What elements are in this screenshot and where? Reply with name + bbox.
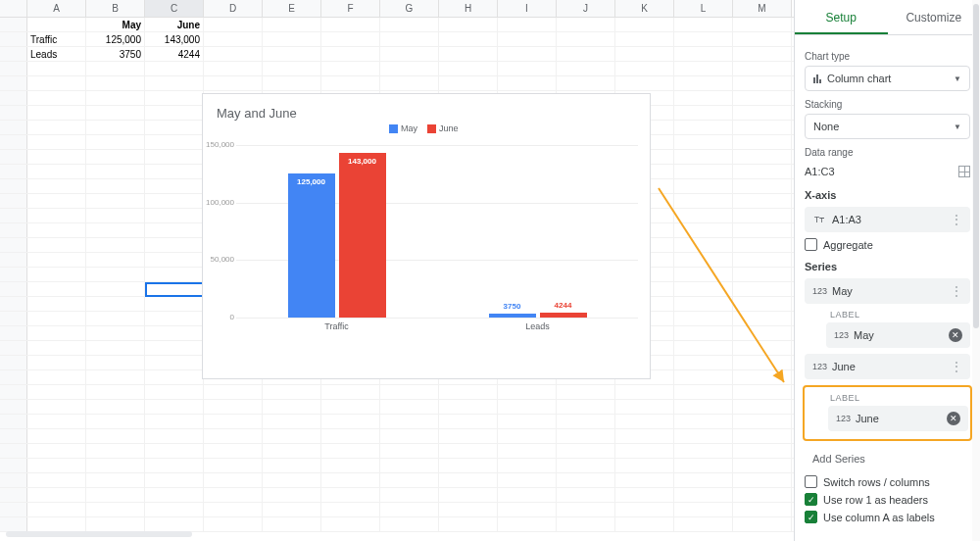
cell[interactable] [733,488,792,502]
column-header[interactable]: E [263,0,321,17]
cell[interactable] [380,444,439,458]
cell[interactable] [380,18,439,31]
cell[interactable] [498,503,557,516]
cell[interactable] [86,385,145,399]
cell[interactable] [86,135,145,149]
cell[interactable] [498,32,557,46]
cell[interactable] [615,18,674,31]
column-header[interactable]: H [439,0,498,17]
cell[interactable] [615,517,674,531]
cell[interactable] [380,517,439,531]
column-header[interactable]: G [380,0,439,17]
cell[interactable] [674,444,733,458]
cell[interactable] [498,18,557,31]
cell[interactable] [557,47,615,61]
cell[interactable] [557,473,615,487]
cell[interactable] [27,459,86,472]
cell[interactable] [557,429,615,443]
cell[interactable] [439,385,498,399]
cell[interactable] [27,135,86,149]
cell[interactable] [615,415,674,428]
cell[interactable] [733,400,792,414]
cell[interactable] [498,459,557,472]
cell[interactable] [733,444,792,458]
cell[interactable] [145,385,204,399]
tab-customize[interactable]: Customize [888,0,981,34]
cell[interactable] [733,91,792,105]
cell[interactable] [204,444,263,458]
cell[interactable] [733,47,792,61]
remove-icon[interactable]: ✕ [947,412,960,425]
column-header[interactable]: I [498,0,557,17]
cell[interactable] [674,47,733,61]
cell[interactable] [145,473,204,487]
cell[interactable] [674,76,733,90]
cell[interactable] [86,503,145,516]
cell[interactable] [733,282,792,296]
cell[interactable] [674,121,733,134]
cell[interactable] [145,238,204,252]
cell[interactable] [204,459,263,472]
cell[interactable] [615,459,674,472]
cell[interactable] [27,326,86,340]
series-chip-june[interactable]: 123 June ⋮ [805,354,970,379]
cell[interactable] [733,473,792,487]
column-header[interactable]: M [733,0,792,17]
cell[interactable] [733,223,792,237]
cell[interactable] [204,76,263,90]
embedded-chart[interactable]: May and June May June 050,000100,000150,… [202,93,651,379]
cell[interactable] [557,18,615,31]
cell[interactable] [439,488,498,502]
cell[interactable] [86,238,145,252]
cell[interactable] [615,400,674,414]
cell[interactable] [145,415,204,428]
use-colA-labels-checkbox[interactable]: ✓Use column A as labels [805,511,970,523]
cell[interactable] [498,429,557,443]
cell[interactable] [674,415,733,428]
cell[interactable]: Traffic [27,32,86,46]
cell[interactable] [439,18,498,31]
cell[interactable] [674,282,733,296]
cell[interactable] [321,385,380,399]
add-series-button[interactable]: Add Series [805,447,970,470]
cell[interactable] [263,62,321,75]
cell[interactable] [86,326,145,340]
cell[interactable] [674,517,733,531]
cell[interactable] [674,473,733,487]
column-header[interactable]: A [27,0,86,17]
cell[interactable] [145,356,204,369]
cell[interactable] [733,326,792,340]
cell[interactable] [263,400,321,414]
cell[interactable] [380,400,439,414]
cell[interactable] [498,488,557,502]
cell[interactable] [263,517,321,531]
cell[interactable] [439,444,498,458]
cell[interactable] [733,76,792,90]
cell[interactable] [674,62,733,75]
cell[interactable] [439,429,498,443]
cell[interactable] [145,209,204,222]
cell[interactable] [86,194,145,208]
cell[interactable] [498,385,557,399]
column-header[interactable]: B [86,0,145,17]
cell[interactable] [145,341,204,355]
cell[interactable] [733,268,792,281]
cell[interactable] [674,179,733,193]
cell[interactable] [86,91,145,105]
cell[interactable] [733,18,792,31]
cell[interactable] [86,223,145,237]
cell[interactable] [615,62,674,75]
cell[interactable] [615,429,674,443]
column-header[interactable]: J [557,0,615,17]
cell[interactable] [27,150,86,164]
cell[interactable] [674,165,733,178]
cell[interactable] [557,459,615,472]
cell[interactable] [27,488,86,502]
cell[interactable] [86,400,145,414]
cell[interactable] [86,253,145,267]
cell[interactable] [674,209,733,222]
cell[interactable] [27,473,86,487]
cell[interactable] [674,503,733,516]
cell[interactable] [321,62,380,75]
cell[interactable] [380,62,439,75]
